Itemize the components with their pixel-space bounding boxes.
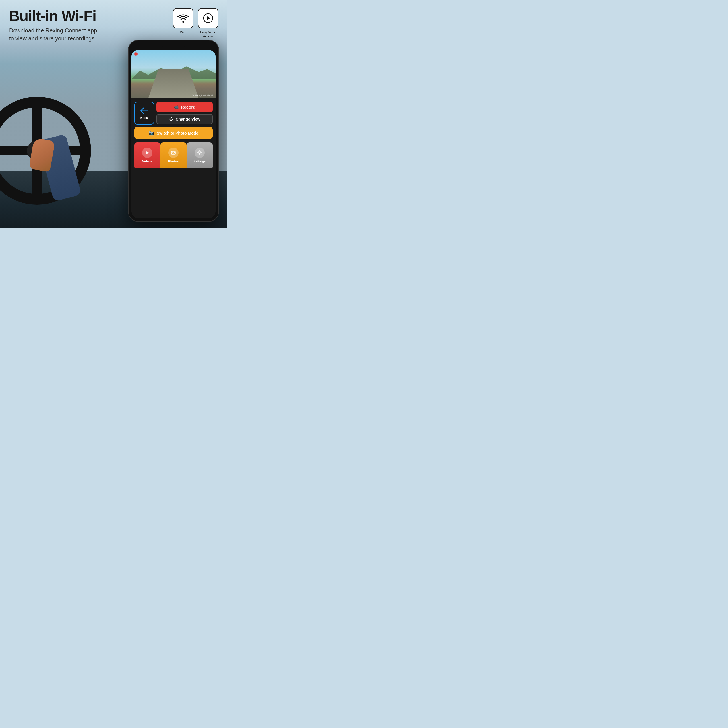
- app-controls: Back 📹 Record: [132, 98, 216, 219]
- tab-videos-icon-circle: [142, 148, 153, 158]
- camera-view: CAMERA_NAME00000: [132, 50, 216, 98]
- tab-photos-label: Photos: [168, 159, 179, 163]
- back-arrow-icon: [140, 107, 149, 115]
- phone-screen: CAMERA_NAME00000 Back: [132, 50, 216, 219]
- back-label: Back: [141, 116, 148, 119]
- change-view-button[interactable]: Change View: [156, 114, 213, 124]
- controls-row-1: Back 📹 Record: [134, 102, 213, 125]
- svg-marker-3: [147, 151, 149, 154]
- phone-mockup: CAMERA_NAME00000 Back: [128, 40, 219, 222]
- right-buttons: 📹 Record Change View: [156, 102, 213, 125]
- record-camera-icon: 📹: [174, 105, 179, 110]
- tab-settings-icon-circle: [194, 148, 205, 158]
- record-button[interactable]: 📹 Record: [156, 102, 213, 112]
- tab-bar: Videos Photos: [134, 142, 213, 168]
- change-view-label: Change View: [176, 117, 200, 121]
- photo-mode-label: Switch to Photo Mode: [157, 131, 198, 135]
- photo-mode-button[interactable]: 📷 Switch to Photo Mode: [134, 127, 213, 139]
- tab-videos-label: Videos: [142, 159, 153, 163]
- play-tab-icon: [145, 150, 150, 155]
- recording-indicator: [134, 52, 138, 56]
- phone-notch: [162, 43, 185, 48]
- image-tab-icon: [171, 150, 176, 155]
- tab-photos-icon-circle: [168, 148, 179, 158]
- record-label: Record: [181, 105, 196, 110]
- svg-point-6: [199, 152, 200, 154]
- tab-settings[interactable]: Settings: [187, 142, 213, 168]
- tab-settings-label: Settings: [193, 159, 206, 163]
- camera-icon: 📷: [149, 130, 154, 136]
- gear-tab-icon: [197, 150, 202, 156]
- back-button[interactable]: Back: [134, 102, 154, 125]
- tab-videos[interactable]: Videos: [134, 142, 161, 168]
- camera-name-label: CAMERA_NAME00000: [192, 95, 213, 97]
- phone-frame: CAMERA_NAME00000 Back: [128, 40, 219, 222]
- tab-photos[interactable]: Photos: [161, 142, 187, 168]
- refresh-icon: [169, 117, 173, 121]
